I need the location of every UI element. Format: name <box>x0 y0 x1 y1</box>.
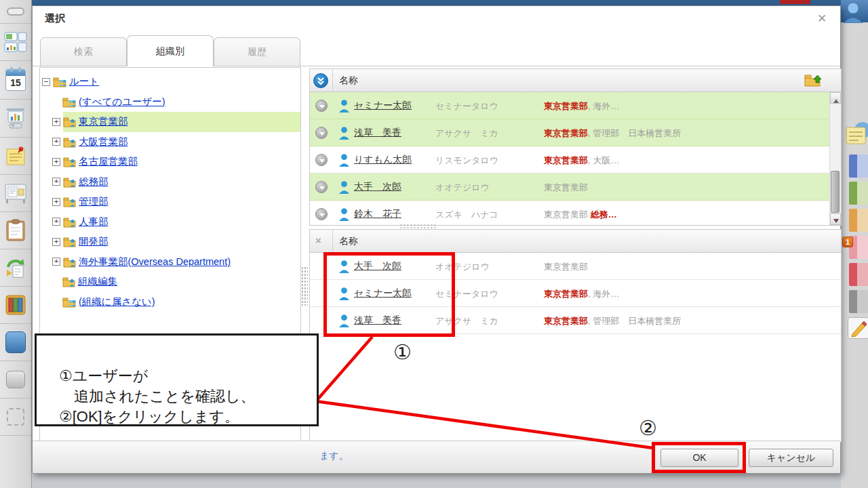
tree-link[interactable]: 開発部 <box>79 235 108 248</box>
tree-item-all-users[interactable]: (すべてのユーザー) <box>40 92 300 113</box>
expand-toggle-icon[interactable]: + <box>52 138 60 146</box>
move-down-icon[interactable] <box>315 127 328 139</box>
tree-link[interactable]: (組織に属さない) <box>79 296 155 308</box>
expand-toggle-icon[interactable]: + <box>52 258 60 266</box>
user-row[interactable]: りすもん太郎 リスモンタロウ 東京営業部, 大阪… <box>310 146 831 174</box>
notification-note-icon[interactable]: 1 <box>842 119 868 148</box>
available-list-scrollbar[interactable] <box>829 92 841 225</box>
placeholder-slot-icon <box>7 408 24 426</box>
tab-by-organization[interactable]: 組織別 <box>127 35 214 66</box>
tree-link[interactable]: 海外事業部(Overseas Department) <box>79 256 231 268</box>
tree-item-root[interactable]: − ルート <box>40 72 300 92</box>
selected-user-row[interactable]: 大手 次郎 オオテジロウ 東京営業部 <box>310 253 841 280</box>
expand-toggle-icon[interactable]: + <box>52 118 60 126</box>
tree-item-nagoya-sales[interactable]: + 名古屋営業部 <box>40 152 300 172</box>
tab-search[interactable]: 検索 <box>40 37 127 66</box>
tree-link[interactable]: 人事部 <box>79 216 108 228</box>
user-kana: オオテジロウ <box>435 261 490 273</box>
rail-collapse-button[interactable] <box>0 0 31 24</box>
user-row[interactable]: 鈴木 花子 スズキ ハナコ 東京営業部 総務… <box>310 201 831 226</box>
tree-item-general-affairs[interactable]: + 総務部 <box>40 172 300 192</box>
right-rail-tab-blue[interactable] <box>849 155 868 178</box>
tree-link[interactable]: 名古屋営業部 <box>79 155 138 168</box>
tree-link[interactable]: 東京営業部 <box>79 115 128 128</box>
add-folder-icon[interactable] <box>804 73 823 87</box>
user-name-link[interactable]: 浅草 美香 <box>354 314 401 327</box>
user-org-secondary: , 大阪… <box>588 155 619 165</box>
tree-link[interactable]: (すべてのユーザー) <box>79 96 165 108</box>
rail-item-calendar[interactable]: 15 <box>0 61 31 100</box>
tree-item-administration[interactable]: + 管理部 <box>40 192 300 212</box>
expand-toggle-icon[interactable]: + <box>52 178 60 186</box>
rail-item-app-gray[interactable] <box>0 361 31 399</box>
user-kana: セミナータロウ <box>435 100 498 113</box>
move-down-icon[interactable] <box>315 181 328 193</box>
rail-item-workflow[interactable] <box>0 249 31 287</box>
expand-toggle-icon[interactable]: + <box>52 158 60 166</box>
scroll-up-icon[interactable] <box>830 92 841 104</box>
collapse-toggle-icon[interactable]: − <box>42 78 50 86</box>
folder-person-icon <box>63 117 77 127</box>
rail-item-report[interactable] <box>0 212 31 249</box>
close-icon[interactable]: ✕ <box>814 12 829 26</box>
remove-all-icon[interactable]: × <box>315 235 321 246</box>
user-kana: アサクサ ミカ <box>435 315 498 327</box>
user-name-link[interactable]: りすもん太郎 <box>354 154 412 166</box>
user-name-link[interactable]: 大手 次郎 <box>354 181 401 193</box>
ok-button[interactable]: OK <box>660 449 738 467</box>
tree-link[interactable]: 組織編集 <box>78 275 117 288</box>
rail-item-app-blue[interactable] <box>0 324 31 361</box>
expand-toggle-icon[interactable]: + <box>52 218 60 226</box>
cancel-button[interactable]: キャンセル <box>749 449 833 467</box>
available-users-panel: 名称 セミナー太郎 セミナータロウ 東京営業部, 海外… 浅草 美香 アサクサ … <box>309 68 842 226</box>
tree-item-overseas[interactable]: + 海外事業部(Overseas Department) <box>40 252 300 272</box>
edit-pencil-icon[interactable] <box>848 317 868 339</box>
right-rail-tab-red[interactable] <box>849 263 868 286</box>
selected-user-row[interactable]: 浅草 美香 アサクサ ミカ 東京営業部, 管理部 日本橋営業所 <box>310 307 841 334</box>
expand-toggle-icon[interactable]: + <box>52 198 60 206</box>
tree-link[interactable]: 総務部 <box>79 176 108 188</box>
tree-item-unassigned[interactable]: (組織に属さない) <box>40 292 300 312</box>
user-row[interactable]: 浅草 美香 アサクサ ミカ 東京営業部, 管理部 日本橋営業所 <box>310 119 831 146</box>
user-row[interactable]: セミナー太郎 セミナータロウ 東京営業部, 海外… <box>310 92 831 119</box>
vertical-splitter-handle[interactable] <box>301 266 308 306</box>
selected-users-panel: × 名称 大手 次郎 オオテジロウ 東京営業部 セミナー太郎 セミナータロウ 東… <box>309 229 842 442</box>
tree-item-osaka-sales[interactable]: + 大阪営業部 <box>40 132 300 152</box>
selected-user-row[interactable]: セミナー太郎 セミナータロウ 東京営業部, 海外… <box>310 280 841 307</box>
tree-item-development[interactable]: + 開発部 <box>40 232 300 252</box>
user-org-secondary: , 管理部 日本橋営業所 <box>588 128 681 138</box>
right-rail-tab-green[interactable] <box>849 182 868 205</box>
folder-person-icon <box>63 137 77 148</box>
right-rail-tab-orange[interactable] <box>849 209 868 232</box>
user-name-link[interactable]: 鈴木 花子 <box>354 208 401 220</box>
move-down-icon[interactable] <box>315 100 328 112</box>
tree-item-tokyo-sales[interactable]: + 東京営業部 <box>40 112 300 132</box>
scroll-down-icon[interactable] <box>830 214 841 225</box>
tree-link[interactable]: 管理部 <box>79 195 108 208</box>
rail-item-cabinet[interactable] <box>0 287 31 324</box>
rail-item-memo[interactable] <box>0 138 31 175</box>
add-all-down-icon[interactable] <box>313 73 328 88</box>
tab-history[interactable]: 履歴 <box>214 37 300 66</box>
tree-item-hr[interactable]: + 人事部 <box>40 212 300 232</box>
right-rail-tab-gray[interactable] <box>849 290 868 313</box>
move-down-icon[interactable] <box>315 154 328 166</box>
user-row[interactable]: 大手 次郎 オオテジロウ 東京営業部 <box>310 174 831 201</box>
expand-toggle-icon[interactable]: + <box>52 238 60 246</box>
scrollbar-thumb[interactable] <box>831 171 840 213</box>
rail-item-bulletin[interactable] <box>0 175 31 212</box>
rail-item-presentation[interactable] <box>0 100 31 138</box>
rail-item-empty-slot[interactable] <box>0 399 31 436</box>
user-name-link[interactable]: 大手 次郎 <box>354 260 401 272</box>
user-name-link[interactable]: セミナー太郎 <box>354 100 412 112</box>
tree-link[interactable]: 大阪営業部 <box>79 136 128 148</box>
move-down-icon[interactable] <box>315 208 328 220</box>
tree-item-org-edit[interactable]: 組織編集 <box>40 272 300 292</box>
rail-item-portal[interactable] <box>0 24 31 61</box>
person-icon <box>338 99 350 113</box>
tree-link[interactable]: ルート <box>69 75 99 88</box>
user-name-link[interactable]: 浅草 美香 <box>354 127 401 139</box>
folder-person-icon <box>63 177 77 188</box>
name-column-header: 名称 <box>339 235 358 247</box>
user-name-link[interactable]: セミナー太郎 <box>354 287 412 300</box>
